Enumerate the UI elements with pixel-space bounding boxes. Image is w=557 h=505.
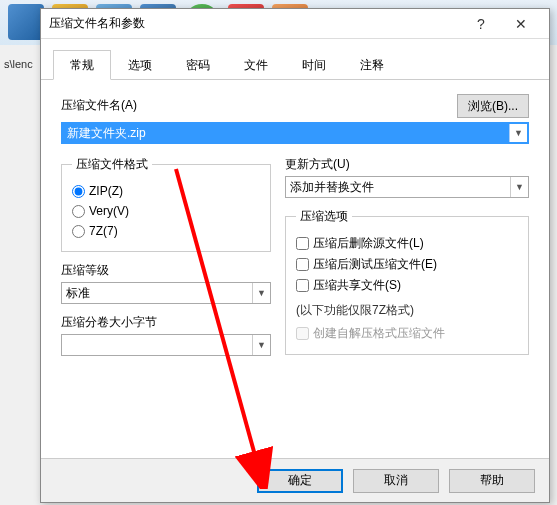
update-combo[interactable]: ▼ [285, 176, 529, 198]
compress-dialog: 压缩文件名和参数 ? ✕ 常规 选项 密码 文件 时间 注释 压缩文件名(A) … [40, 8, 550, 503]
filename-input[interactable] [63, 124, 509, 142]
radio-zip[interactable] [72, 185, 85, 198]
opt-test-after[interactable]: 压缩后测试压缩文件(E) [296, 254, 518, 275]
checkbox-delete-after[interactable] [296, 237, 309, 250]
chevron-down-icon[interactable]: ▼ [510, 177, 528, 197]
tab-options[interactable]: 选项 [111, 50, 169, 80]
format-zip[interactable]: ZIP(Z) [72, 181, 260, 201]
chevron-down-icon[interactable]: ▼ [509, 124, 527, 142]
opt-delete-after-label: 压缩后删除源文件(L) [313, 235, 424, 252]
format-7z[interactable]: 7Z(7) [72, 221, 260, 241]
split-combo[interactable]: ▼ [61, 334, 271, 356]
split-label: 压缩分卷大小字节 [61, 314, 271, 331]
split-input[interactable] [62, 335, 252, 355]
tab-bar: 常规 选项 密码 文件 时间 注释 [41, 43, 549, 80]
close-button[interactable]: ✕ [501, 10, 541, 38]
help-button-footer[interactable]: 帮助 [449, 469, 535, 493]
opt-sfx-label: 创建自解压格式压缩文件 [313, 325, 445, 342]
checkbox-share[interactable] [296, 279, 309, 292]
format-fieldset: 压缩文件格式 ZIP(Z) Very(V) 7Z(7) [61, 156, 271, 252]
format-legend: 压缩文件格式 [72, 156, 152, 173]
format-zip-label: ZIP(Z) [89, 184, 123, 198]
opt-sfx: 创建自解压格式压缩文件 [296, 323, 518, 344]
checkbox-test-after[interactable] [296, 258, 309, 271]
toolbar-icon [8, 4, 44, 40]
chevron-down-icon[interactable]: ▼ [252, 283, 270, 303]
update-label: 更新方式(U) [285, 156, 529, 173]
format-very-label: Very(V) [89, 204, 129, 218]
level-combo[interactable]: ▼ [61, 282, 271, 304]
checkbox-sfx [296, 327, 309, 340]
opt-delete-after[interactable]: 压缩后删除源文件(L) [296, 233, 518, 254]
opt-share-label: 压缩共享文件(S) [313, 277, 401, 294]
ok-button[interactable]: 确定 [257, 469, 343, 493]
level-label: 压缩等级 [61, 262, 271, 279]
tab-comment[interactable]: 注释 [343, 50, 401, 80]
format-very[interactable]: Very(V) [72, 201, 260, 221]
cancel-button[interactable]: 取消 [353, 469, 439, 493]
opt-test-after-label: 压缩后测试压缩文件(E) [313, 256, 437, 273]
opt-share[interactable]: 压缩共享文件(S) [296, 275, 518, 296]
level-input[interactable] [62, 283, 252, 303]
format-7z-label: 7Z(7) [89, 224, 118, 238]
dialog-footer: 确定 取消 帮助 [41, 458, 549, 502]
filename-combo[interactable]: ▼ [61, 122, 529, 144]
help-button[interactable]: ? [461, 10, 501, 38]
update-input[interactable] [286, 177, 510, 197]
tab-general[interactable]: 常规 [53, 50, 111, 80]
tab-password[interactable]: 密码 [169, 50, 227, 80]
options-note: (以下功能仅限7Z格式) [296, 302, 518, 319]
chevron-down-icon[interactable]: ▼ [252, 335, 270, 355]
filename-label: 压缩文件名(A) [61, 97, 447, 114]
options-legend: 压缩选项 [296, 208, 352, 225]
radio-7z[interactable] [72, 225, 85, 238]
browse-button[interactable]: 浏览(B)... [457, 94, 529, 118]
options-fieldset: 压缩选项 压缩后删除源文件(L) 压缩后测试压缩文件(E) 压缩共享文件(S) … [285, 208, 529, 355]
titlebar: 压缩文件名和参数 ? ✕ [41, 9, 549, 39]
tab-time[interactable]: 时间 [285, 50, 343, 80]
radio-very[interactable] [72, 205, 85, 218]
breadcrumb: s\lenc [4, 58, 33, 70]
dialog-title: 压缩文件名和参数 [49, 15, 461, 32]
tab-files[interactable]: 文件 [227, 50, 285, 80]
